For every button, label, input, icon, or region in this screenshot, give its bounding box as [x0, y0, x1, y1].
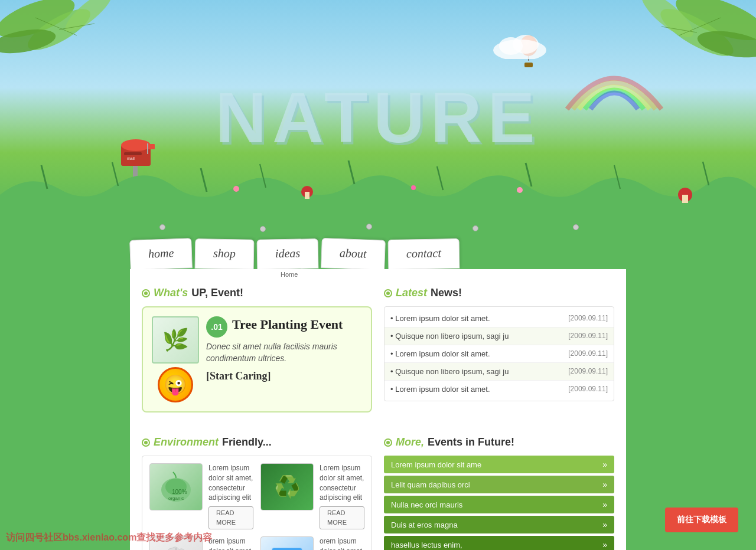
- breadcrumb: Home: [281, 271, 298, 278]
- nav-tab-ideas-wrapper: ideas Home: [257, 239, 321, 269]
- svg-rect-17: [148, 144, 155, 149]
- env-item-4: 2009 orem ipsum dolor sit amet, consecte…: [260, 536, 364, 550]
- pin-3: [366, 224, 372, 230]
- svg-point-37: [513, 35, 539, 54]
- svg-rect-31: [682, 195, 688, 203]
- nav-tab-home[interactable]: home: [129, 238, 193, 270]
- event-number: .01: [206, 316, 227, 338]
- future-arrow-1: »: [602, 460, 607, 469]
- pin-4: [472, 225, 478, 231]
- news-date-3: [2009.09.11]: [568, 349, 608, 358]
- event-number-row: .01 Tree Planting Event: [206, 316, 362, 338]
- env-bullet: [142, 438, 150, 447]
- news-text-1: • Lorem ipsum dolor sit amet.: [390, 314, 490, 323]
- env-thumb-3: [149, 536, 203, 550]
- news-item-4: • Quisque non libero ipsum, sagi ju [200…: [384, 363, 614, 381]
- news-date-1: [2009.09.11]: [568, 314, 608, 323]
- news-text-4: • Quisque non libero ipsum, sagi ju: [390, 367, 509, 376]
- nav-area: home shop ideas Home about contact: [0, 218, 756, 269]
- nav-tab-about[interactable]: about: [321, 238, 385, 270]
- nav-tab-shop[interactable]: shop: [195, 238, 255, 270]
- svg-point-34: [517, 187, 523, 193]
- news-text-5: • Lorem ipsum dolor sit amet.: [390, 385, 490, 394]
- news-item-3: • Lorem ipsum dolor sit amet. [2009.09.1…: [384, 345, 614, 363]
- site-title: NATURE: [215, 77, 540, 158]
- event-title: Tree Planting Event: [232, 317, 343, 332]
- future-item-1[interactable]: Lorem ipsum dolor sit ame »: [384, 456, 614, 473]
- pin-1: [159, 224, 165, 230]
- nav-tab-contact[interactable]: contact: [387, 238, 460, 270]
- cloud-decoration: [490, 30, 549, 61]
- env-item-3: orem ipsum dolor sit amet, consectetur a…: [149, 536, 253, 550]
- leaf-tl: [0, 0, 130, 83]
- future-item-2[interactable]: Lelit quam dapibus orci »: [384, 476, 614, 493]
- bottom-two-col: Environment Friendly... 100% organic: [142, 424, 614, 550]
- future-arrow-5: »: [602, 540, 607, 549]
- svg-rect-29: [305, 192, 309, 199]
- hero-section: NATURE mail: [0, 0, 756, 218]
- event-image-area: 🌿 😜: [152, 316, 199, 402]
- environment-header: Environment Friendly...: [142, 436, 372, 448]
- news-item-5: • Lorem ipsum dolor sit amet. [2009.09.1…: [384, 381, 614, 398]
- env-text-4: orem ipsum dolor sit amet, consectetur a…: [320, 536, 364, 550]
- svg-point-32: [233, 186, 239, 192]
- svg-rect-15: [124, 152, 142, 155]
- nav-container: home shop ideas Home about contact: [130, 233, 626, 269]
- env-text-2: Lorem ipsum dolor sit amet, consectetur …: [320, 463, 364, 529]
- news-date-2: [2009.09.11]: [568, 332, 608, 341]
- whats-up-header: What's UP, Event!: [142, 287, 372, 299]
- svg-point-14: [121, 139, 151, 151]
- future-list: Lorem ipsum dolor sit ame » Lelit quam d…: [384, 456, 614, 550]
- news-item-1: • Lorem ipsum dolor sit amet. [2009.09.1…: [384, 310, 614, 328]
- env-thumb-4: 2009: [260, 536, 314, 550]
- pin-5: [573, 224, 579, 230]
- svg-line-24: [437, 166, 443, 190]
- latest-news-col: Latest News! • Lorem ipsum dolor sit ame…: [384, 287, 614, 413]
- env-highlight: Environment: [154, 436, 219, 448]
- more-events-bullet: [384, 438, 392, 447]
- latest-news-header: Latest News!: [384, 287, 614, 299]
- svg-line-21: [201, 168, 207, 192]
- env-text-1: Lorem ipsum dolor sit amet, consectetur …: [208, 463, 253, 529]
- future-item-5[interactable]: hasellus lectus enim, »: [384, 536, 614, 550]
- env-item-1: 100% organic Lorem ipsum dolor sit amet,…: [149, 463, 253, 529]
- future-item-3[interactable]: Nulla nec orci mauris »: [384, 496, 614, 513]
- news-box: • Lorem ipsum dolor sit amet. [2009.09.1…: [384, 306, 614, 401]
- main-content: What's UP, Event! 🌿 😜 .01 Tree Planting …: [130, 269, 626, 550]
- read-more-btn-1[interactable]: READ MORE: [208, 506, 253, 529]
- svg-line-27: [703, 162, 709, 185]
- event-box: 🌿 😜 .01 Tree Planting Event Donec sit am…: [142, 306, 372, 413]
- environment-col: Environment Friendly... 100% organic: [142, 436, 372, 550]
- svg-line-25: [526, 163, 532, 186]
- recycle-icon: ♻️: [274, 474, 301, 499]
- event-stamp: 🌿: [152, 316, 199, 364]
- news-date-5: [2009.09.11]: [568, 385, 608, 394]
- future-item-4[interactable]: Duis at eros magna »: [384, 516, 614, 533]
- future-arrow-3: »: [602, 500, 607, 509]
- news-text-2: • Quisque non libero ipsum, sagi ju: [390, 332, 509, 341]
- download-button[interactable]: 前往下载模板: [665, 508, 738, 532]
- env-thumb-1: 100% organic: [149, 463, 203, 510]
- hero-grass: [0, 159, 756, 218]
- svg-rect-18: [147, 143, 148, 154]
- read-more-btn-2[interactable]: READ MORE: [320, 506, 364, 529]
- news-date-4: [2009.09.11]: [568, 367, 608, 376]
- more-events-col: More, Events in Future! Lorem ipsum dolo…: [384, 436, 614, 550]
- nav-tab-ideas[interactable]: ideas: [257, 238, 319, 270]
- start-caring-link[interactable]: [Start Caring]: [206, 370, 271, 382]
- more-events-header: More, Events in Future!: [384, 436, 614, 448]
- pin-row: [130, 221, 626, 233]
- news-text-3: • Lorem ipsum dolor sit amet.: [390, 349, 490, 358]
- event-content: .01 Tree Planting Event Donec sit amet n…: [206, 316, 362, 382]
- env-grid: 100% organic Lorem ipsum dolor sit amet,…: [142, 456, 372, 550]
- pin-2: [260, 226, 266, 232]
- news-item-2: • Quisque non libero ipsum, sagi ju [200…: [384, 328, 614, 345]
- env-text-3: orem ipsum dolor sit amet, consectetur a…: [208, 536, 253, 550]
- whats-up-col: What's UP, Event! 🌿 😜 .01 Tree Planting …: [142, 287, 372, 413]
- latest-news-bullet: [384, 289, 392, 297]
- env-item-2: ♻️ Lorem ipsum dolor sit amet, consectet…: [260, 463, 364, 529]
- svg-line-20: [112, 162, 118, 186]
- latest-news-normal: News!: [431, 287, 462, 299]
- svg-text:100%: 100%: [172, 489, 187, 495]
- env-normal: Friendly...: [222, 436, 272, 448]
